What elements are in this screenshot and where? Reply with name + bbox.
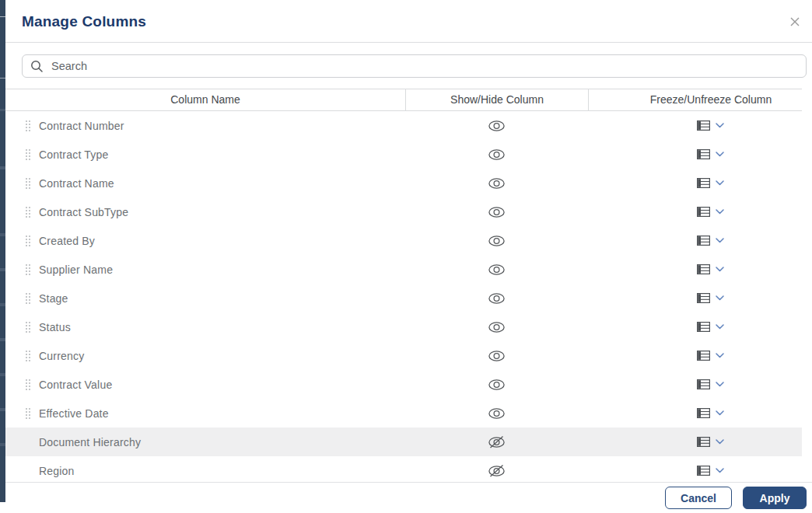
column-name-label: Contract Value	[39, 379, 112, 391]
eye-icon[interactable]	[487, 349, 506, 363]
column-name-label: Currency	[39, 350, 84, 362]
drag-handle-icon[interactable]	[26, 293, 32, 304]
search-icon	[30, 60, 44, 73]
manage-columns-modal: Manage Columns Column Name Show/Hide Col…	[5, 0, 812, 513]
table-row: Status	[5, 312, 802, 341]
drag-handle-icon[interactable]	[26, 178, 32, 189]
table-row: Contract Name	[5, 169, 802, 197]
table-row: Stage	[5, 284, 802, 312]
drag-handle-icon[interactable]	[26, 408, 32, 419]
table-row: Effective Date	[5, 399, 802, 428]
table-row: Contract Value	[5, 370, 802, 399]
eye-icon[interactable]	[487, 263, 506, 277]
column-name-label: Contract SubType	[39, 206, 128, 218]
freeze-table-icon[interactable]	[697, 264, 710, 274]
freeze-table-icon[interactable]	[697, 236, 710, 246]
chevron-down-icon[interactable]	[716, 295, 724, 301]
chevron-down-icon[interactable]	[716, 152, 724, 157]
chevron-down-icon[interactable]	[716, 410, 724, 416]
freeze-table-icon[interactable]	[697, 408, 710, 418]
screen: Manage Columns Column Name Show/Hide Col…	[0, 0, 812, 513]
apply-button[interactable]: Apply	[743, 487, 807, 509]
freeze-table-icon[interactable]	[697, 293, 710, 303]
eye-icon[interactable]	[487, 407, 506, 421]
search-section	[5, 43, 812, 78]
eye-icon[interactable]	[487, 119, 506, 133]
freeze-table-icon[interactable]	[697, 207, 710, 217]
column-name-label: Supplier Name	[39, 263, 113, 276]
freeze-table-icon[interactable]	[697, 178, 710, 188]
drag-handle-icon[interactable]	[26, 207, 32, 218]
freeze-table-icon[interactable]	[697, 379, 710, 389]
table-row: Document Hierarchy	[5, 428, 802, 456]
drag-handle-icon[interactable]	[26, 351, 32, 361]
eye-icon[interactable]	[487, 291, 506, 305]
freeze-table-icon[interactable]	[697, 437, 710, 447]
table-row: Region	[5, 456, 802, 482]
chevron-down-icon[interactable]	[716, 267, 724, 272]
drag-handle-icon[interactable]	[26, 149, 32, 160]
background-page-edge	[0, 0, 5, 502]
chevron-down-icon[interactable]	[716, 439, 724, 445]
eye-icon[interactable]	[487, 320, 506, 334]
freeze-table-icon[interactable]	[697, 466, 710, 476]
table-row: Contract Number	[5, 111, 802, 140]
column-name-label: Contract Number	[39, 120, 124, 132]
chevron-down-icon[interactable]	[716, 382, 724, 387]
drag-handle-icon[interactable]	[26, 322, 32, 333]
table-row: Currency	[5, 341, 802, 370]
eye-icon[interactable]	[487, 148, 506, 162]
eye-icon[interactable]	[487, 205, 506, 219]
table-row: Created By	[5, 226, 802, 255]
drag-handle-icon[interactable]	[26, 236, 32, 246]
column-name-label: Effective Date	[39, 407, 109, 420]
column-name-label: Region	[39, 465, 75, 477]
freeze-table-icon[interactable]	[697, 351, 710, 361]
drag-handle-icon[interactable]	[26, 379, 32, 390]
column-name-label: Contract Type	[39, 148, 109, 161]
table-header: Column Name Show/Hide Column Freeze/Unfr…	[5, 89, 802, 111]
freeze-table-icon[interactable]	[697, 322, 710, 332]
chevron-down-icon[interactable]	[716, 209, 724, 215]
header-freeze-unfreeze: Freeze/Unfreeze Column	[588, 89, 802, 111]
chevron-down-icon[interactable]	[716, 324, 724, 330]
chevron-down-icon[interactable]	[716, 238, 724, 243]
header-column-name: Column Name	[5, 89, 405, 111]
eye-icon[interactable]	[487, 234, 506, 248]
freeze-table-icon[interactable]	[697, 149, 710, 159]
cancel-button[interactable]: Cancel	[665, 487, 732, 509]
chevron-down-icon[interactable]	[716, 353, 724, 358]
table-row: Contract SubType	[5, 197, 802, 226]
eye-off-icon[interactable]	[487, 464, 506, 478]
search-box	[22, 54, 807, 78]
modal-header: Manage Columns	[5, 0, 812, 43]
column-name-label: Stage	[39, 292, 68, 305]
eye-icon[interactable]	[487, 378, 506, 392]
header-show-hide: Show/Hide Column	[405, 89, 588, 111]
drag-handle-icon[interactable]	[26, 264, 32, 275]
column-name-label: Contract Name	[39, 177, 114, 190]
drag-handle-icon[interactable]	[26, 120, 32, 131]
chevron-down-icon[interactable]	[716, 468, 724, 473]
eye-icon[interactable]	[487, 176, 506, 190]
table-row: Supplier Name	[5, 255, 802, 284]
search-input[interactable]	[51, 60, 798, 72]
column-name-label: Document Hierarchy	[39, 436, 141, 448]
modal-footer: Cancel Apply	[5, 482, 812, 513]
table-row: Contract Type	[5, 140, 802, 169]
modal-title: Manage Columns	[22, 13, 146, 30]
chevron-down-icon[interactable]	[716, 180, 724, 186]
column-name-label: Created By	[39, 235, 95, 247]
eye-off-icon[interactable]	[487, 435, 506, 449]
freeze-table-icon[interactable]	[697, 120, 710, 131]
close-icon[interactable]	[787, 15, 803, 30]
column-list: Contract Number	[5, 111, 802, 482]
column-name-label: Status	[39, 321, 71, 333]
chevron-down-icon[interactable]	[716, 123, 724, 128]
